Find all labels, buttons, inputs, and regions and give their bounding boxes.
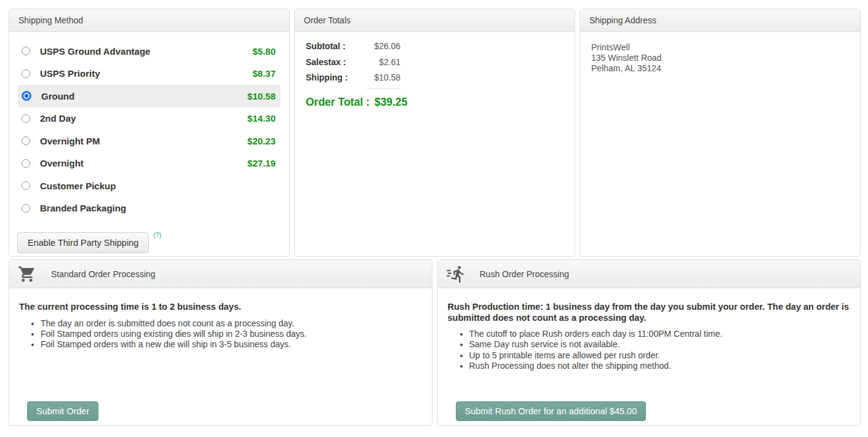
rush-processing-panel: Rush Order Processing Rush Production ti… <box>437 259 861 426</box>
bullet-item: Up to 5 printable items are allowed per … <box>469 350 851 361</box>
radio-button[interactable] <box>22 181 30 190</box>
rush-processing-title: Rush Order Processing <box>480 269 570 279</box>
shipping-option-row[interactable]: Overnight PM $20.23 <box>18 130 281 152</box>
cart-icon <box>18 265 36 283</box>
rush-processing-body: Rush Production time: 1 business day fro… <box>438 288 861 425</box>
shipping-option-price: $5.80 <box>252 46 276 57</box>
radio-button[interactable] <box>22 159 30 168</box>
shipping-options-list: USPS Ground Advantage $5.80 USPS Priorit… <box>9 32 289 219</box>
address-line: PrintsWell <box>591 42 849 53</box>
checkout-page: Shipping Method USPS Ground Advantage $5… <box>0 0 868 426</box>
shipping-option-price: $8.37 <box>252 68 276 79</box>
radio-button[interactable] <box>22 136 30 145</box>
shipping-option-row[interactable]: Overnight $27.19 <box>18 152 281 175</box>
shipping-option-price: $10.58 <box>247 91 276 101</box>
shipping-option-label: Overnight <box>40 158 84 168</box>
bullet-item: The day an order is submitted does not c… <box>41 318 422 329</box>
order-totals-header: Order Totals <box>295 9 575 32</box>
submit-order-button[interactable]: Submit Order <box>27 401 98 421</box>
shipping-option-label: USPS Priority <box>40 68 100 79</box>
shipping-method-header: Shipping Method <box>9 9 289 32</box>
submit-rush-order-button[interactable]: Submit Rush Order for an additional $45.… <box>456 401 647 421</box>
shipping-address-panel: Shipping Address PrintsWell 135 Winslett… <box>579 9 861 257</box>
address-line: Pelham, AL 35124 <box>591 63 849 74</box>
order-totals-panel: Order Totals Subtotal : $26.06 Salestax … <box>294 9 575 257</box>
address-line: 135 Winslett Road <box>591 53 849 63</box>
third-party-help-icon[interactable]: (?) <box>153 231 161 238</box>
bullet-item: Foil Stamped orders using existing dies … <box>41 329 422 339</box>
standard-processing-intro: The current processing time is 1 to 2 bu… <box>19 302 422 313</box>
shipping-option-row[interactable]: 2nd Day $14.30 <box>18 108 281 130</box>
order-total-label: Order Total : <box>306 96 370 108</box>
shipping-method-title: Shipping Method <box>18 15 83 25</box>
shipping-method-panel: Shipping Method USPS Ground Advantage $5… <box>9 9 290 257</box>
totals-separator <box>367 89 401 89</box>
radio-button[interactable] <box>22 204 30 213</box>
totals-label: Salestax : <box>306 57 364 67</box>
shipping-address-body: PrintsWell 135 Winslett Road Pelham, AL … <box>580 32 860 84</box>
totals-row: Subtotal : $26.06 <box>306 41 563 51</box>
shipping-address-header: Shipping Address <box>580 9 860 32</box>
bullet-item: Same Day rush service is not available. <box>469 339 851 350</box>
rush-icon <box>447 265 465 283</box>
shipping-address-title: Shipping Address <box>589 15 656 25</box>
rush-processing-bullets: The cutoff to place Rush orders each day… <box>448 329 851 371</box>
totals-label: Shipping : <box>306 73 364 82</box>
totals-value: $10.58 <box>364 73 400 82</box>
rush-processing-intro: Rush Production time: 1 business day fro… <box>448 302 851 323</box>
shipping-option-label: Overnight PM <box>40 136 100 146</box>
shipping-option-price: $27.19 <box>247 158 276 168</box>
shipping-option-row[interactable]: Ground $10.58 <box>18 85 281 108</box>
rush-processing-header: Rush Order Processing <box>438 260 861 288</box>
order-totals-body: Subtotal : $26.06 Salestax : $2.61 Shipp… <box>295 32 575 118</box>
order-totals-title: Order Totals <box>304 15 351 25</box>
bullet-item: Foil Stamped orders with a new die will … <box>41 339 422 350</box>
bullet-item: Rush Processing does not alter the shipp… <box>469 361 851 371</box>
shipping-option-label: Customer Pickup <box>40 181 116 191</box>
shipping-option-row[interactable]: USPS Priority $8.37 <box>18 63 281 85</box>
totals-row: Salestax : $2.61 <box>306 57 563 67</box>
totals-value: $2.61 <box>364 57 400 67</box>
standard-processing-header: Standard Order Processing <box>9 260 432 288</box>
bullet-item: The cutoff to place Rush orders each day… <box>469 329 851 339</box>
enable-third-party-shipping-button[interactable]: Enable Third Party Shipping <box>17 232 149 253</box>
shipping-option-row[interactable]: Branded Packaging <box>18 197 281 220</box>
standard-processing-bullets: The day an order is submitted does not c… <box>19 318 422 350</box>
shipping-option-label: Ground <box>41 91 74 101</box>
shipping-option-price: $14.30 <box>247 113 276 124</box>
totals-value: $26.06 <box>364 41 400 51</box>
radio-button[interactable] <box>22 69 30 78</box>
order-total-value: $39.25 <box>375 96 408 108</box>
totals-row: Shipping : $10.58 <box>306 73 563 82</box>
shipping-option-row[interactable]: Customer Pickup <box>18 175 281 197</box>
shipping-option-price: $20.23 <box>247 136 276 146</box>
standard-processing-title: Standard Order Processing <box>51 269 156 279</box>
standard-processing-panel: Standard Order Processing The current pr… <box>9 259 432 426</box>
totals-label: Subtotal : <box>306 41 364 51</box>
shipping-option-label: Branded Packaging <box>40 203 126 213</box>
shipping-option-row[interactable]: USPS Ground Advantage $5.80 <box>18 40 281 63</box>
radio-button[interactable] <box>22 91 31 101</box>
radio-button[interactable] <box>22 114 30 123</box>
order-total-row: Order Total :$39.25 <box>306 96 563 109</box>
radio-button[interactable] <box>22 47 30 55</box>
standard-processing-body: The current processing time is 1 to 2 bu… <box>9 288 432 425</box>
shipping-option-label: 2nd Day <box>40 113 76 124</box>
shipping-option-label: USPS Ground Advantage <box>40 46 150 57</box>
